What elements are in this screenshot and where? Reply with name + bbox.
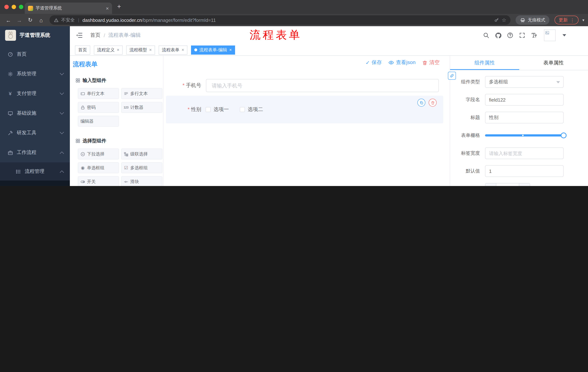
tag-process-model[interactable]: 流程模型×	[126, 45, 155, 54]
radio-icon: ◉	[80, 165, 85, 170]
checkbox-option-1[interactable]: 选项一	[206, 106, 229, 113]
dashboard-icon	[7, 52, 13, 57]
tag-process-form[interactable]: 流程表单×	[159, 45, 187, 54]
fullscreen-icon[interactable]	[518, 32, 526, 39]
search-icon[interactable]	[483, 32, 490, 39]
save-button[interactable]: ✓保存	[366, 59, 382, 66]
component-single-line-text[interactable]: 单行文本	[78, 88, 119, 99]
component-radio-group[interactable]: ◉单选框组	[78, 162, 119, 173]
field-name-input[interactable]	[485, 94, 564, 106]
increase-button[interactable]: +	[519, 183, 530, 186]
close-icon[interactable]: ×	[182, 47, 184, 53]
select-components-grid: 下拉选择 级联选择 ◉单选框组 ☑多选框组 开关 滑块 时间选择 时间范围 日期…	[78, 149, 163, 186]
avatar[interactable]	[544, 30, 556, 41]
red-annotation-text: 流程表单	[250, 28, 302, 43]
sidebar-item-process-management[interactable]: 流程管理	[0, 162, 70, 181]
password-key-icon[interactable]	[494, 18, 499, 22]
forward-icon[interactable]: →	[15, 17, 24, 23]
checkbox-box	[240, 107, 245, 112]
sidebar-toggle-icon[interactable]	[76, 32, 83, 39]
component-type-select[interactable]: 多选框组	[485, 76, 564, 88]
back-icon[interactable]: ←	[4, 17, 13, 23]
properties-panel: 组件属性 表单属性 组件类型 多选框组 字段名 标题 表单栅格 标签宽度	[450, 56, 588, 186]
tab-component-properties[interactable]: 组件属性	[450, 56, 519, 70]
title-input[interactable]	[485, 112, 564, 123]
font-size-icon[interactable]	[531, 32, 538, 39]
checkbox-icon: ☑	[124, 165, 128, 170]
update-button[interactable]: 更新 ⋮	[555, 16, 579, 24]
sidebar-item-home[interactable]: 首页	[0, 44, 70, 64]
clear-button[interactable]: 清空	[422, 59, 440, 66]
link-anchor-button[interactable]	[448, 72, 456, 80]
app-title: 芋道管理系统	[20, 32, 50, 39]
view-json-button[interactable]: 查看json	[388, 59, 416, 66]
component-counter[interactable]: 123计数器	[121, 102, 162, 113]
breadcrumb: 首页 / 流程表单-编辑	[90, 32, 141, 39]
close-window-button[interactable]	[4, 5, 9, 9]
tab-close-icon[interactable]: ×	[106, 5, 109, 11]
tag-process-form-edit[interactable]: 流程表单-编辑×	[191, 45, 235, 54]
caret-down-icon[interactable]	[563, 34, 566, 36]
app-logo: 芋道管理系统	[0, 26, 70, 44]
component-cascader[interactable]: 级联选择	[121, 149, 162, 159]
component-switch[interactable]: 开关	[78, 176, 119, 186]
close-icon[interactable]: ×	[229, 47, 232, 53]
new-tab-button[interactable]: +	[117, 3, 121, 10]
component-slider[interactable]: 滑块	[121, 176, 162, 186]
browser-titlebar: 芋道管理系统 × +	[0, 0, 588, 14]
checkbox-option-2[interactable]: 选项二	[240, 106, 263, 113]
sidebar-item-workflow[interactable]: 工作流程	[0, 143, 70, 162]
delete-component-button[interactable]	[429, 99, 437, 107]
slider-track[interactable]	[485, 134, 564, 137]
tab-title: 芋道管理系统	[36, 5, 103, 11]
reload-icon[interactable]: ↻	[25, 17, 35, 23]
copy-component-button[interactable]	[417, 99, 425, 107]
browser-tab[interactable]: 芋道管理系统 ×	[25, 2, 112, 14]
component-editor[interactable]: 编辑器	[78, 116, 119, 127]
input-components-grid: 单行文本 多行文本 密码 123计数器 编辑器	[78, 88, 163, 127]
slider-handle[interactable]	[561, 132, 567, 138]
maximize-window-button[interactable]	[19, 5, 23, 9]
phone-field-row[interactable]: 手机号	[165, 79, 439, 92]
min-select-stepper: − 至少应选 +	[485, 183, 530, 186]
chevron-down-icon	[60, 130, 64, 134]
yen-icon: ¥	[7, 91, 13, 96]
github-icon[interactable]	[494, 32, 502, 39]
cascade-icon	[124, 152, 128, 156]
min-select-placeholder[interactable]: 至少应选	[496, 183, 519, 186]
grid-label: 表单栅格	[450, 132, 485, 139]
address-bar[interactable]: 不安全 | dashboard.yudao.iocoder.cn/bpm/man…	[50, 15, 511, 25]
tag-process-definition[interactable]: 流程定义×	[94, 45, 123, 54]
component-select[interactable]: 下拉选择	[78, 149, 119, 159]
home-icon[interactable]: ⌂	[36, 17, 46, 23]
sidebar-item-dev-tools[interactable]: 研发工具	[0, 123, 70, 143]
sidebar-item-infrastructure[interactable]: 基础设施	[0, 103, 70, 123]
phone-input[interactable]	[206, 79, 439, 92]
label-width-input[interactable]	[485, 148, 564, 159]
tab-form-properties[interactable]: 表单属性	[519, 56, 588, 70]
component-checkbox-group[interactable]: ☑多选框组	[121, 162, 162, 173]
chevron-down-icon[interactable]: ▾	[582, 18, 584, 22]
component-multi-line-text[interactable]: 多行文本	[121, 88, 162, 99]
sidebar-item-system-management[interactable]: 系统管理	[0, 64, 70, 84]
component-password[interactable]: 密码	[78, 102, 119, 113]
grid-slider[interactable]	[485, 130, 566, 141]
min-select-row: 至少应选 − 至少应选 +	[450, 183, 582, 186]
default-value-input[interactable]	[485, 165, 564, 177]
help-icon[interactable]	[506, 32, 514, 39]
decrease-button[interactable]: −	[485, 183, 496, 186]
minimize-window-button[interactable]	[12, 5, 16, 9]
trash-icon	[431, 101, 435, 105]
sidebar-item-process-form[interactable]: 流程表单	[0, 181, 70, 186]
trash-icon	[422, 60, 428, 65]
close-icon[interactable]: ×	[117, 47, 119, 53]
sidebar-item-payment-management[interactable]: ¥ 支付管理	[0, 84, 70, 103]
browser-menu-icon[interactable]: ⋮	[570, 17, 575, 23]
tag-home[interactable]: 首页	[75, 45, 90, 54]
bookmark-star-icon[interactable]: ☆	[502, 17, 506, 23]
security-label[interactable]: 不安全	[61, 17, 75, 23]
breadcrumb-home[interactable]: 首页	[90, 32, 100, 39]
chevron-up-icon	[60, 170, 64, 175]
close-icon[interactable]: ×	[149, 47, 152, 53]
selected-gender-component[interactable]: 性别 选项一 选项二	[166, 96, 443, 123]
